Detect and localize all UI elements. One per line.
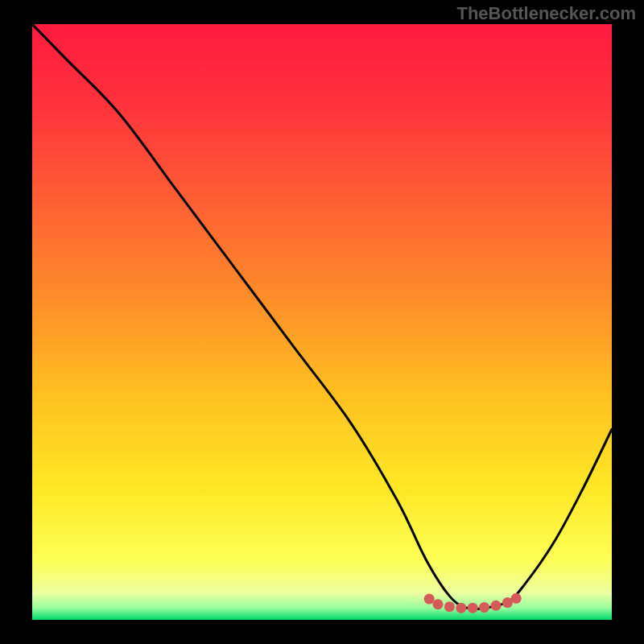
highlight-dot [424, 594, 435, 605]
plot-svg [32, 24, 612, 620]
attribution-label: TheBottlenecker.com [456, 3, 636, 24]
highlight-dot [479, 602, 489, 613]
highlight-dot [468, 603, 478, 613]
highlight-dot [491, 601, 502, 611]
highlight-dot [456, 603, 466, 613]
highlight-dot [511, 593, 522, 604]
highlight-dot [444, 601, 455, 612]
highlight-dot [433, 599, 444, 609]
plot-area [32, 24, 612, 620]
chart-wrapper: TheBottlenecker.com [0, 0, 644, 644]
